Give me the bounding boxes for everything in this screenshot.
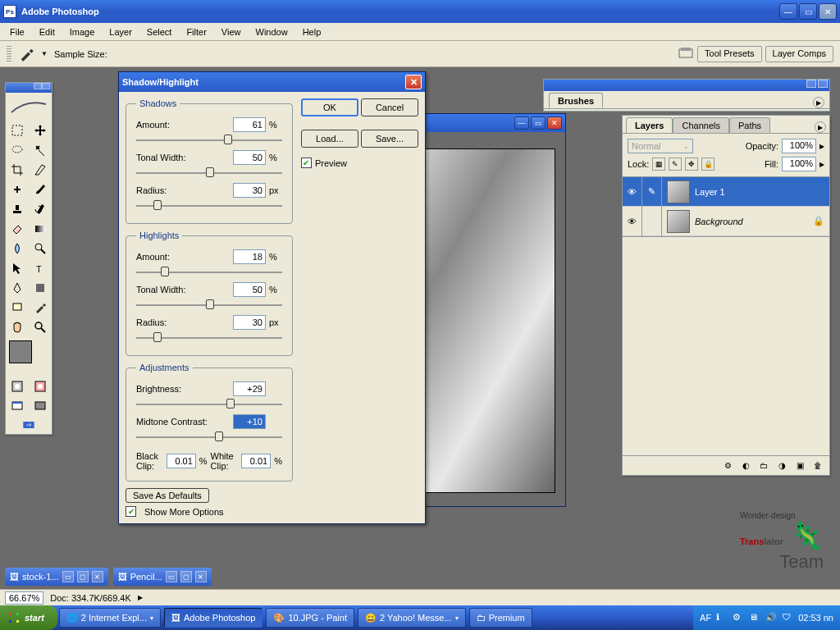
docstub[interactable]: 🖼stock-1... ▭ ▢ ✕: [5, 568, 108, 586]
pen-tool-icon[interactable]: [6, 278, 29, 298]
zoom-tool-icon[interactable]: [29, 317, 52, 337]
task-item[interactable]: 🎨10.JPG - Paint: [266, 608, 354, 628]
menu-file[interactable]: File: [3, 25, 31, 39]
zoom-display[interactable]: 66.67%: [5, 591, 43, 605]
brushes-tab[interactable]: Brushes: [549, 93, 603, 108]
cancel-button[interactable]: Cancel: [361, 98, 418, 116]
tray-icon[interactable]: 🛡: [782, 612, 793, 623]
history-brush-tool-icon[interactable]: [29, 199, 52, 219]
stub-close-icon[interactable]: ✕: [195, 571, 207, 582]
file-browser-icon[interactable]: [678, 46, 694, 62]
lasso-tool-icon[interactable]: [6, 140, 29, 160]
brushes-titlebar[interactable]: [544, 80, 829, 91]
highlights-radius-slider[interactable]: [136, 331, 282, 345]
shadows-amount-input[interactable]: [233, 117, 266, 132]
maximize-button[interactable]: ▭: [799, 3, 817, 20]
highlights-radius-input[interactable]: [233, 315, 266, 330]
lock-paint-icon[interactable]: ✎: [669, 158, 682, 171]
wand-tool-icon[interactable]: [29, 140, 52, 160]
layer-thumb[interactable]: [667, 180, 690, 203]
stamp-tool-icon[interactable]: [6, 199, 29, 219]
midtone-slider[interactable]: [136, 430, 282, 445]
grip-icon[interactable]: [7, 46, 11, 62]
ok-button[interactable]: OK: [301, 98, 358, 116]
screenmode1-icon[interactable]: [6, 396, 29, 416]
tool-presets-button[interactable]: Tool Presets: [697, 46, 762, 62]
type-tool-icon[interactable]: T: [29, 258, 52, 278]
highlights-tonal-slider[interactable]: [136, 298, 282, 313]
show-more-checkbox[interactable]: ✔: [126, 506, 136, 517]
shadows-tonal-input[interactable]: [233, 150, 266, 165]
menu-help[interactable]: Help: [296, 25, 328, 39]
marquee-tool-icon[interactable]: [6, 121, 29, 140]
stub-max-icon[interactable]: ▢: [77, 571, 89, 582]
paths-tab[interactable]: Paths: [729, 117, 770, 133]
delete-layer-icon[interactable]: 🗑: [811, 459, 824, 472]
slice-tool-icon[interactable]: [29, 160, 52, 180]
stub-max-icon[interactable]: ▢: [180, 571, 192, 582]
eraser-tool-icon[interactable]: [6, 219, 29, 239]
tray-icon[interactable]: 🔊: [765, 612, 777, 623]
gradient-tool-icon[interactable]: [29, 219, 52, 239]
color-swatches[interactable]: [6, 337, 52, 377]
task-item[interactable]: 🌐2 Internet Expl...▾: [59, 608, 161, 628]
menu-edit[interactable]: Edit: [33, 25, 62, 39]
menu-layer[interactable]: Layer: [103, 25, 139, 39]
brightness-slider[interactable]: [136, 397, 282, 412]
palette-minimize-icon[interactable]: [806, 80, 816, 88]
load-button[interactable]: Load...: [301, 130, 358, 148]
layer-comps-button[interactable]: Layer Comps: [765, 46, 833, 62]
crop-tool-icon[interactable]: [6, 160, 29, 180]
palette-menu-icon[interactable]: ▶: [813, 97, 824, 108]
lock-all-icon[interactable]: 🔒: [701, 158, 714, 171]
dialog-close-button[interactable]: ✕: [405, 75, 422, 89]
shadows-radius-input[interactable]: [233, 183, 266, 198]
quickmask-edit-icon[interactable]: [29, 377, 52, 396]
docstub[interactable]: 🖼Pencil... ▭ ▢ ✕: [113, 568, 212, 586]
move-tool-icon[interactable]: [29, 121, 52, 140]
doc-close-button[interactable]: ✕: [547, 116, 562, 130]
shadows-radius-slider[interactable]: [136, 199, 282, 213]
status-menu-icon[interactable]: ▶: [138, 594, 143, 601]
highlights-tonal-input[interactable]: [233, 282, 266, 297]
menu-select[interactable]: Select: [140, 25, 179, 39]
dropdown-arrow-icon[interactable]: ▼: [41, 50, 48, 57]
preview-checkbox[interactable]: ✔: [301, 158, 312, 168]
menu-image[interactable]: Image: [63, 25, 102, 39]
screenmode2-icon[interactable]: [29, 396, 52, 416]
notes-tool-icon[interactable]: [6, 298, 29, 317]
brightness-input[interactable]: [233, 381, 266, 396]
stub-restore-icon[interactable]: ▭: [166, 571, 177, 582]
shape-tool-icon[interactable]: [29, 278, 52, 298]
minimize-button[interactable]: —: [779, 3, 797, 20]
stub-close-icon[interactable]: ✕: [92, 571, 103, 582]
task-item[interactable]: 🖼Adobe Photoshop: [164, 608, 262, 628]
close-button[interactable]: ✕: [819, 3, 837, 20]
save-button[interactable]: Save...: [361, 130, 418, 148]
fill-flyout-icon[interactable]: ▶: [819, 161, 824, 168]
palette-close-icon[interactable]: [818, 80, 828, 88]
black-clip-input[interactable]: [167, 454, 196, 468]
eyedropper-tool-icon[interactable]: [29, 298, 52, 317]
channels-tab[interactable]: Channels: [673, 117, 728, 133]
hand-tool-icon[interactable]: [6, 317, 29, 337]
tray-icon[interactable]: ℹ: [716, 612, 728, 623]
layers-menu-icon[interactable]: ▶: [815, 121, 826, 133]
midtone-input[interactable]: [233, 414, 266, 429]
menu-filter[interactable]: Filter: [180, 25, 212, 39]
shadows-amount-slider[interactable]: [136, 133, 282, 148]
blur-tool-icon[interactable]: [6, 239, 29, 258]
visibility-icon[interactable]: 👁: [623, 177, 642, 207]
white-clip-input[interactable]: [241, 454, 271, 468]
layers-tab[interactable]: Layers: [626, 117, 673, 133]
foreground-swatch[interactable]: [9, 340, 32, 363]
save-defaults-button[interactable]: Save As Defaults: [126, 488, 209, 503]
layer-mask-icon[interactable]: ◐: [739, 459, 752, 472]
opacity-flyout-icon[interactable]: ▶: [819, 143, 824, 150]
toolbox-header[interactable]: [6, 83, 52, 93]
quickmask-icon[interactable]: [6, 377, 29, 396]
heal-tool-icon[interactable]: [6, 180, 29, 199]
link-cell[interactable]: ✎: [642, 177, 662, 207]
clock[interactable]: 02:53 nn: [798, 613, 833, 623]
stub-restore-icon[interactable]: ▭: [62, 571, 74, 582]
